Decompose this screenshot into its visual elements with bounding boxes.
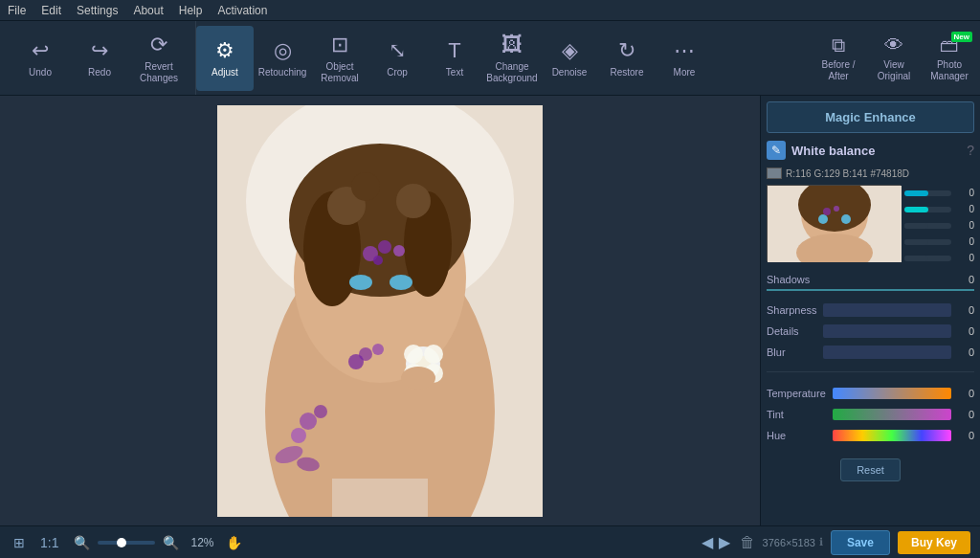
blur-slider[interactable] xyxy=(823,346,951,359)
white-balance-header: ✎ White balance ? xyxy=(767,139,974,162)
sharpness-slider[interactable] xyxy=(823,303,951,317)
undo-button[interactable]: ↩ Undo xyxy=(11,26,69,91)
crop-label: Crop xyxy=(387,67,408,78)
adjust-label: Adjust xyxy=(212,67,238,78)
thumbnail-svg xyxy=(768,186,902,262)
zoom-level: 12% xyxy=(190,536,213,549)
slider-value-4: 0 xyxy=(955,236,974,247)
details-row: Details 0 xyxy=(767,322,974,341)
change-bg-icon: 🖼 xyxy=(501,33,523,57)
svg-point-13 xyxy=(378,240,391,254)
restore-button[interactable]: ↻ Restore xyxy=(598,26,656,91)
adjust-icon: ⚙ xyxy=(215,38,234,63)
zoom-slider[interactable] xyxy=(98,541,155,545)
image-dimensions: 3766×5183 xyxy=(763,537,815,548)
white-balance-label: White balance xyxy=(791,144,875,158)
zoom-100-button[interactable]: 1:1 xyxy=(36,533,62,552)
menu-edit[interactable]: Edit xyxy=(41,4,61,17)
details-slider[interactable] xyxy=(823,324,951,338)
slider-track-2[interactable] xyxy=(904,207,951,212)
denoise-button[interactable]: ◈ Denoise xyxy=(541,26,598,91)
svg-point-17 xyxy=(372,344,384,355)
crop-button[interactable]: ⤡ Crop xyxy=(368,26,426,91)
menu-file[interactable]: File xyxy=(8,4,26,17)
revert-button[interactable]: ⟳ RevertChanges xyxy=(130,26,188,91)
denoise-icon: ◈ xyxy=(562,38,578,63)
temperature-slider[interactable] xyxy=(833,388,951,399)
hand-tool-button[interactable]: ✋ xyxy=(222,533,246,552)
next-image-button[interactable]: ▶ xyxy=(719,533,730,551)
hue-label: Hue xyxy=(767,430,829,441)
change-bg-label: ChangeBackground xyxy=(486,61,537,84)
tint-row: Tint 0 xyxy=(767,405,974,424)
tint-slider[interactable] xyxy=(833,409,951,420)
canvas-area[interactable] xyxy=(0,96,760,525)
svg-point-29 xyxy=(401,367,435,390)
zoom-in-button[interactable]: 🔍 xyxy=(159,533,183,552)
retouching-button[interactable]: ◎ Retouching xyxy=(254,26,311,91)
menu-settings[interactable]: Settings xyxy=(77,4,118,17)
info-icon: ℹ xyxy=(819,536,823,548)
sharpness-section: Sharpness 0 Details 0 Blur 0 xyxy=(767,301,974,362)
slider-value-5: 0 xyxy=(955,253,974,263)
more-icon: ⋯ xyxy=(674,38,695,63)
save-button[interactable]: Save xyxy=(831,530,890,555)
slider-value-2: 0 xyxy=(955,204,974,214)
before-after-button[interactable]: ⧉ Before /After xyxy=(812,26,865,91)
slider-row-5: 0 xyxy=(904,253,974,263)
svg-point-38 xyxy=(834,206,839,212)
image-info: 3766×5183 ℹ xyxy=(763,536,823,548)
zoom-handle xyxy=(117,538,126,547)
redo-button[interactable]: ↪ Redo xyxy=(71,26,128,91)
help-button[interactable]: ? xyxy=(967,143,974,158)
change-bg-button[interactable]: 🖼 ChangeBackground xyxy=(483,26,541,91)
fit-screen-button[interactable]: ⊞ xyxy=(10,533,29,552)
reset-button[interactable]: Reset xyxy=(840,458,901,481)
zoom-control: 🔍 🔍 xyxy=(70,533,183,552)
prev-image-button[interactable]: ◀ xyxy=(702,533,713,551)
svg-point-14 xyxy=(393,245,405,257)
tint-value: 0 xyxy=(955,409,974,420)
undo-icon: ↩ xyxy=(32,38,49,63)
details-value: 0 xyxy=(955,325,974,337)
svg-point-10 xyxy=(349,275,372,290)
more-button[interactable]: ⋯ More xyxy=(656,26,713,91)
menu-help[interactable]: Help xyxy=(179,4,203,17)
text-icon: T xyxy=(448,38,460,63)
slider-track-4[interactable] xyxy=(904,239,951,245)
menu-about[interactable]: About xyxy=(133,4,163,17)
object-removal-button[interactable]: ⊡ ObjectRemoval xyxy=(311,26,368,91)
buy-key-button[interactable]: Buy Key xyxy=(898,531,970,554)
menu-activation[interactable]: Activation xyxy=(217,4,267,17)
text-label: Text xyxy=(446,67,463,78)
temperature-label: Temperature xyxy=(767,388,829,399)
menu-bar: File Edit Settings About Help Activation xyxy=(0,0,980,21)
delete-button[interactable]: 🗑 xyxy=(740,534,755,551)
more-label: More xyxy=(674,67,696,78)
svg-point-9 xyxy=(351,172,380,201)
white-balance-icon: ✎ xyxy=(767,141,786,160)
object-removal-label: ObjectRemoval xyxy=(321,61,358,84)
photo-manager-button[interactable]: New 🗃 PhotoManager xyxy=(923,26,976,91)
tint-label: Tint xyxy=(767,409,829,420)
text-button[interactable]: T Text xyxy=(426,26,483,91)
image-thumbnail xyxy=(767,185,901,261)
before-after-icon: ⧉ xyxy=(832,34,845,56)
sharpness-row: Sharpness 0 xyxy=(767,301,974,320)
slider-row-3: 0 xyxy=(904,220,974,231)
slider-row-2: 0 xyxy=(904,204,974,214)
blur-label: Blur xyxy=(767,346,819,358)
svg-point-36 xyxy=(841,214,851,224)
slider-track-5[interactable] xyxy=(904,256,951,261)
slider-track-1[interactable] xyxy=(904,190,951,196)
hue-slider[interactable] xyxy=(833,430,951,441)
view-original-button[interactable]: 👁 ViewOriginal xyxy=(867,26,921,91)
section-divider xyxy=(767,371,974,372)
adjust-button[interactable]: ⚙ Adjust xyxy=(196,26,254,91)
photo-image xyxy=(217,105,543,517)
bottom-right: 🗑 3766×5183 ℹ Save Buy Key xyxy=(740,530,970,555)
zoom-out-button[interactable]: 🔍 xyxy=(70,533,94,552)
magic-enhance-button[interactable]: Magic Enhance xyxy=(767,101,974,133)
crop-icon: ⤡ xyxy=(389,38,406,63)
slider-track-3[interactable] xyxy=(904,223,951,229)
